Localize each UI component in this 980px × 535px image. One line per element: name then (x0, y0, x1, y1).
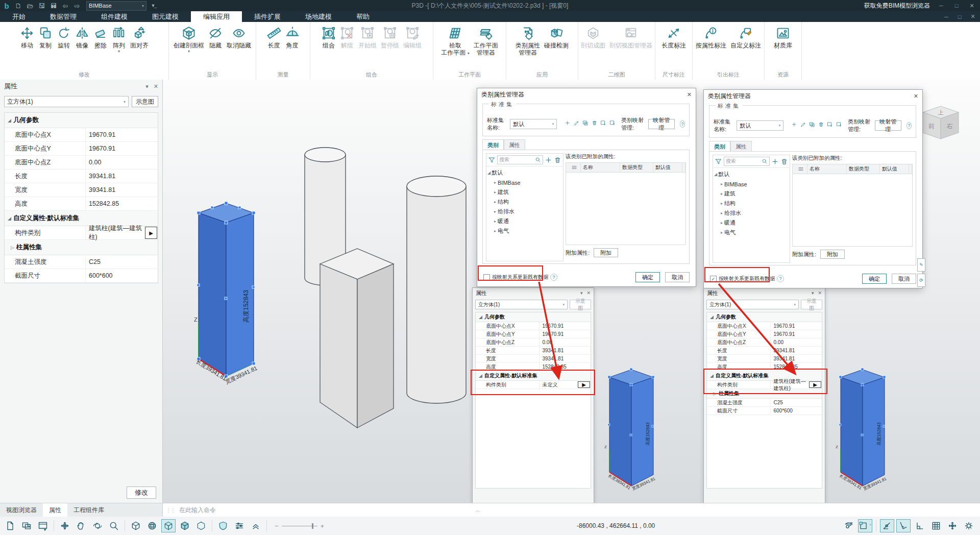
close-icon[interactable]: ✕ (914, 93, 918, 100)
expand-arrow-icon[interactable]: ◢ (479, 373, 482, 378)
ribbon-button[interactable]: 类别属性管理器 (514, 25, 542, 57)
tree-item[interactable]: ▸给排水 (713, 208, 790, 218)
ribbon-button[interactable]: 碰撞检测 (543, 25, 570, 50)
ribbon-button[interactable]: 复制 (37, 25, 54, 50)
statusbar-move3d-button[interactable] (945, 519, 960, 532)
statusbar-gear-button[interactable] (962, 519, 976, 532)
duplicate-set-button[interactable] (809, 121, 815, 130)
property-section[interactable]: ◢几何参数 (5, 113, 158, 128)
menu-tab-1[interactable]: 开始 (0, 11, 38, 22)
ribbon-button[interactable]: 长度标注 (660, 25, 688, 50)
tree-item[interactable]: ▸暖通 (486, 216, 563, 226)
update-mapping-checkbox[interactable]: ✓ (710, 276, 717, 282)
mapping-manage-button[interactable]: 映射管理 (875, 120, 901, 131)
search-input[interactable]: 搜索 (497, 155, 543, 164)
close-icon[interactable]: ✕ (586, 290, 591, 296)
help-icon[interactable]: ? (906, 122, 912, 129)
collapse-chevron-icon[interactable]: ︿ (475, 507, 480, 514)
ribbon-button[interactable]: 移动 (18, 25, 36, 50)
zoom-in-icon[interactable]: + (321, 522, 325, 530)
mini-toolbar-button[interactable]: ✎ (917, 258, 925, 272)
viewport[interactable]: 高度152843 长度39341.81 宽度39341.81 Z 高度15284… (0, 80, 980, 503)
doc-close-button[interactable]: ✕ (969, 13, 977, 20)
undo-icon[interactable]: ⇦ (60, 1, 70, 10)
doc-restore-button[interactable]: □ (955, 14, 964, 20)
sketch-button[interactable]: 示意图 (132, 96, 158, 107)
statusbar-hand-button[interactable] (74, 519, 88, 532)
maximize-button[interactable]: □ (952, 3, 961, 9)
mini-toolbar-button[interactable]: ⟳ (917, 274, 925, 287)
bottom-tab-2[interactable]: 属性 (43, 503, 67, 517)
standard-set-select[interactable]: 默认▾ (510, 119, 557, 129)
expand-arrow-icon[interactable]: ◢ (479, 314, 482, 320)
statusbar-sliders-button[interactable] (232, 519, 247, 532)
expand-arrow-icon[interactable]: ◢ (710, 314, 714, 320)
statusbar-file-button[interactable] (3, 519, 17, 532)
ribbon-button[interactable]: 隐藏 (207, 25, 224, 50)
ribbon-button[interactable]: 旋转 (55, 25, 72, 50)
bottom-tab-3[interactable]: 工程组件库 (67, 503, 110, 517)
add-category-button[interactable] (545, 156, 552, 164)
blue-box-shape[interactable] (199, 203, 254, 376)
tree-item[interactable]: ▸电气 (486, 226, 563, 236)
attach-button[interactable]: 附加 (820, 250, 845, 259)
gray-box-shape[interactable] (320, 249, 394, 428)
tree-item[interactable]: ▸给排水 (486, 207, 563, 216)
property-section[interactable]: ◢几何参数 (707, 312, 822, 322)
zoom-slider[interactable]: − + (275, 522, 324, 530)
redo-icon[interactable]: ⇨ (72, 1, 82, 10)
tree-item[interactable]: ▸建筑 (486, 187, 563, 197)
export-set-button[interactable] (609, 120, 616, 129)
search-icon[interactable] (535, 157, 541, 163)
statusbar-winnew-button[interactable] (19, 519, 34, 532)
menu-tab-3[interactable]: 组件建模 (89, 11, 140, 22)
statusbar-lasso-button[interactable] (842, 519, 856, 532)
expand-arrow-icon[interactable]: ▷ (11, 245, 14, 250)
statusbar-panelnew-button[interactable] (36, 519, 50, 532)
search-icon[interactable] (762, 158, 768, 164)
statusbar-shield-button[interactable] (216, 519, 230, 532)
tree-item-root[interactable]: ◢默认 (713, 169, 790, 179)
statusbar-cubew-button[interactable] (129, 519, 143, 532)
ribbon-button[interactable]: 创建剖面框▾ (172, 25, 206, 55)
rename-set-button[interactable] (800, 121, 806, 130)
ribbon-button[interactable]: 镜像 (74, 25, 91, 50)
workspace-select[interactable]: BIMBase▾ (86, 1, 146, 11)
properties-table[interactable]: 名称 数据类型 默认值 (566, 162, 686, 245)
drag-handle[interactable]: ⋮⋮ (166, 507, 175, 513)
expand-arrow-icon[interactable]: ▷ (713, 391, 717, 396)
statusbar-pan-button[interactable] (58, 519, 72, 532)
new-file-icon[interactable]: 🗋 (13, 1, 23, 10)
ok-button[interactable]: 确定 (862, 274, 887, 284)
expand-arrow-icon[interactable]: ◢ (8, 216, 11, 221)
delete-set-button[interactable] (818, 121, 824, 130)
tree-item[interactable]: ▸BIMBase (713, 179, 790, 189)
menu-tab-4[interactable]: 图元建模 (140, 11, 191, 22)
close-icon[interactable]: ✕ (687, 91, 692, 98)
bottom-tab-1[interactable]: 视图浏览器 (0, 503, 43, 517)
tree-item[interactable]: ▸建筑 (713, 189, 790, 199)
property-section[interactable]: ◢自定义属性-默认标准集 (476, 371, 591, 381)
ribbon-button[interactable]: 长度 (265, 25, 283, 50)
export-set-button[interactable] (836, 121, 842, 130)
property-section[interactable]: ▷柱属性集 (5, 240, 158, 255)
ribbon-button[interactable]: 工作平面管理器 (472, 25, 500, 57)
filter-icon[interactable] (715, 158, 722, 165)
category-picker-button[interactable]: ▶ (809, 381, 821, 388)
cylinder-shape[interactable] (407, 176, 466, 403)
cancel-button[interactable]: 取消 (892, 274, 916, 284)
menu-tab-5[interactable]: 编辑应用 (191, 11, 242, 22)
filter-icon[interactable] (488, 156, 496, 164)
command-input[interactable]: 在此输入命令 (179, 506, 216, 515)
import-set-button[interactable] (600, 120, 606, 129)
statusbar-ortho-button[interactable] (913, 519, 927, 532)
open-file-icon[interactable]: 🗁 (25, 1, 35, 10)
rename-set-button[interactable] (574, 120, 580, 129)
statusbar-perp-button[interactable] (896, 519, 911, 532)
properties-table[interactable]: 名称 数据类型 默认值 (792, 164, 913, 247)
command-bar[interactable]: ⋮⋮ 在此输入命令 ︿ (163, 503, 980, 517)
add-set-button[interactable] (565, 120, 571, 129)
category-picker-button[interactable]: ▶ (578, 381, 590, 388)
close-button[interactable]: ✕ (968, 3, 976, 9)
statusbar-cubes-button[interactable] (161, 519, 176, 532)
